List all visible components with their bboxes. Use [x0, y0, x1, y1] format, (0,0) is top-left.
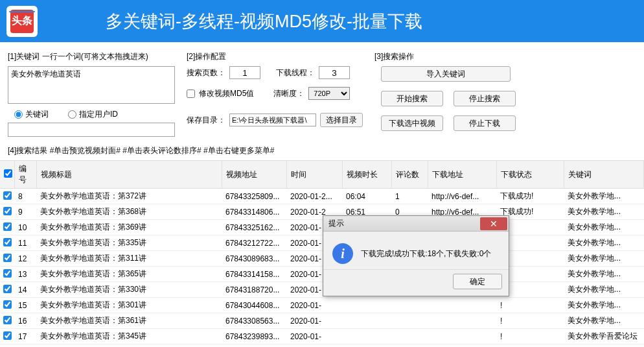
cell-title: 美女外教学地道英语：第345讲	[36, 329, 222, 344]
cell-no: 11	[14, 235, 36, 251]
row-checkbox[interactable]	[3, 285, 12, 293]
row-checkbox[interactable]	[3, 238, 12, 246]
table-row[interactable]: 18美女外教学地道英语：第351讲67843251296...2020-01-2…	[0, 344, 644, 348]
cell-stat: !	[496, 313, 564, 329]
cell-stat: !	[496, 329, 564, 344]
cell-kw: 美女外教学地...	[564, 204, 644, 220]
options-label: [2]操作配置	[187, 51, 363, 62]
col-header[interactable]: 下载状态	[496, 161, 564, 189]
cell-stat: !	[496, 298, 564, 313]
threads-input[interactable]	[319, 66, 350, 79]
pages-label: 搜索页数：	[187, 67, 225, 78]
cell-vurl: 67843212722...	[222, 235, 286, 251]
row-checkbox[interactable]	[3, 300, 12, 309]
row-checkbox[interactable]	[3, 222, 12, 231]
dialog-close-button[interactable]: ✕	[480, 217, 507, 230]
options-section: [2]操作配置 搜索页数： 下载线程： 修改视频MD5值 清晰度： 720P 保…	[187, 51, 363, 140]
col-header[interactable]: 视频地址	[222, 161, 286, 189]
cell-title: 美女外教学地道英语：第311讲	[36, 251, 222, 267]
download-selected-button[interactable]: 下载选中视频	[381, 115, 443, 131]
table-row[interactable]: 16美女外教学地道英语：第361讲67843308563...2020-01-!…	[0, 313, 644, 329]
table-row[interactable]: 8美女外教学地道英语：第372讲67843325809...2020-01-2.…	[0, 189, 644, 204]
col-header[interactable]: 评论数	[391, 161, 428, 189]
cell-cmt	[391, 329, 428, 344]
cell-title: 美女外教学地道英语：第351讲	[36, 344, 222, 348]
id-input[interactable]	[8, 123, 175, 137]
col-header[interactable]: 视频时长	[342, 161, 391, 189]
cell-durl	[428, 329, 496, 344]
cell-vurl: 67843239893...	[222, 329, 286, 344]
import-keywords-button[interactable]: 导入关键词	[381, 66, 511, 82]
app-logo: 头条	[6, 6, 38, 37]
row-checkbox[interactable]	[3, 191, 12, 200]
table-row[interactable]: 17美女外教学地道英语：第345讲67843239893...2020-01-!…	[0, 329, 644, 344]
info-icon: i	[332, 243, 353, 264]
cell-kw: 美女外教学吾爱论坛	[564, 329, 644, 344]
col-header[interactable]: 关键词	[564, 161, 644, 189]
table-row[interactable]: 13美女外教学地道英语：第365讲67843314158...2020-01-!…	[0, 267, 644, 282]
cell-title: 美女外教学地道英语：第372讲	[36, 189, 222, 204]
results-table[interactable]: 编号视频标题视频地址时间视频时长评论数下载地址下载状态关键词 8美女外教学地道英…	[0, 161, 644, 347]
cell-title: 美女外教学地道英语：第369讲	[36, 220, 222, 235]
cell-dur	[342, 298, 391, 313]
cell-vurl: 67843188720...	[222, 282, 286, 298]
row-checkbox[interactable]	[3, 331, 12, 340]
cell-vurl: 67843325162...	[222, 220, 286, 235]
cell-no: 10	[14, 220, 36, 235]
col-header[interactable]: 时间	[286, 161, 342, 189]
col-checkbox[interactable]	[0, 161, 14, 189]
cell-vurl: 67843044608...	[222, 298, 286, 313]
cell-kw: 美女外教学地...	[564, 344, 644, 348]
threads-label: 下载线程：	[276, 67, 315, 78]
col-header[interactable]: 编号	[14, 161, 36, 189]
title-banner: 头条 多关键词-多线程-视频MD5修改-批量下载	[0, 0, 644, 42]
cell-no: 14	[14, 282, 36, 298]
choose-dir-button[interactable]: 选择目录	[320, 113, 363, 127]
cell-kw: 美女外教学地...	[564, 235, 644, 251]
cell-time: 2020-01-	[286, 313, 342, 329]
cell-vurl: 67843089683...	[222, 251, 286, 267]
dialog-ok-button[interactable]: 确定	[453, 274, 502, 289]
table-row[interactable]: 14美女外教学地道英语：第330讲67843188720...2020-01-!…	[0, 282, 644, 298]
savepath-input[interactable]	[229, 114, 316, 126]
table-row[interactable]: 15美女外教学地道英语：第301讲67843044608...2020-01-!…	[0, 298, 644, 313]
cell-no: 9	[14, 204, 36, 220]
cell-cmt	[391, 313, 428, 329]
table-row[interactable]: 11美女外教学地道英语：第335讲67843212722...2020-01-!…	[0, 235, 644, 251]
cell-kw: 美女外教学地...	[564, 313, 644, 329]
results-table-wrap: 编号视频标题视频地址时间视频时长评论数下载地址下载状态关键词 8美女外教学地道英…	[0, 160, 644, 347]
row-checkbox[interactable]	[3, 316, 12, 324]
stop-search-button[interactable]: 停止搜索	[454, 91, 516, 106]
col-header[interactable]: 视频标题	[36, 161, 222, 189]
info-dialog: 提示 ✕ i 下载完成!成功下载:18个,下载失败:0个 确定	[323, 215, 509, 296]
cell-title: 美女外教学地道英语：第335讲	[36, 235, 222, 251]
cell-no: 18	[14, 344, 36, 348]
pages-input[interactable]	[229, 66, 260, 79]
cell-no: 8	[14, 189, 36, 204]
start-search-button[interactable]: 开始搜索	[381, 91, 443, 106]
radio-keyword[interactable]: 关键词	[14, 109, 49, 120]
cell-vurl: 67843314158...	[222, 267, 286, 282]
cell-durl: http://v6-def...	[428, 189, 496, 204]
cell-title: 美女外教学地道英语：第361讲	[36, 313, 222, 329]
dialog-message: 下载完成!成功下载:18个,下载失败:0个	[361, 248, 491, 259]
keywords-label: [1]关键词 一行一个词(可将文本拖拽进来)	[8, 51, 175, 62]
cell-durl: http://v3-def...	[428, 344, 496, 348]
radio-userid[interactable]: 指定用户ID	[68, 109, 118, 120]
cell-no: 12	[14, 251, 36, 267]
cell-vurl: 67843251296...	[222, 344, 286, 348]
keywords-textarea[interactable]: 美女外教学地道英语	[8, 66, 175, 104]
row-checkbox[interactable]	[3, 254, 12, 262]
logo-text: 头条	[10, 10, 34, 33]
stop-download-button[interactable]: 停止下载	[454, 115, 516, 131]
cell-durl	[428, 313, 496, 329]
clarity-select[interactable]: 720P	[308, 87, 350, 100]
row-checkbox[interactable]	[3, 207, 12, 215]
md5-checkbox[interactable]: 修改视频MD5值	[187, 88, 254, 99]
table-row[interactable]: 9美女外教学地道英语：第368讲67843314806...2020-01-20…	[0, 204, 644, 220]
cell-stat: 下载成功!	[496, 344, 564, 348]
table-row[interactable]: 10美女外教学地道英语：第369讲67843325162...2020-01-!…	[0, 220, 644, 235]
col-header[interactable]: 下载地址	[428, 161, 496, 189]
table-row[interactable]: 12美女外教学地道英语：第311讲67843089683...2020-01-!…	[0, 251, 644, 267]
row-checkbox[interactable]	[3, 269, 12, 278]
